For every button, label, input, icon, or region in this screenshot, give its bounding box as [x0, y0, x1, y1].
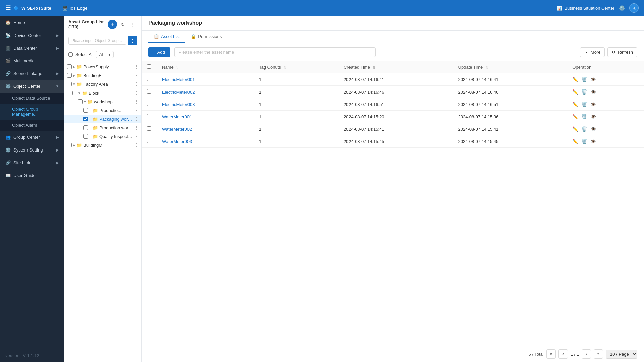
view-icon-wm001[interactable]: 👁️: [590, 114, 596, 119]
expand-arrow-buildingm[interactable]: ▶: [72, 143, 76, 147]
view-icon-em001[interactable]: 👁️: [590, 77, 596, 82]
refresh-button[interactable]: ↻ Refresh: [607, 47, 637, 57]
delete-icon-em002[interactable]: 🗑️: [581, 89, 587, 95]
node-checkbox-buildinge[interactable]: [67, 73, 72, 78]
row-name-wm002[interactable]: WaterMeter002: [157, 123, 254, 135]
submenu-object-alarm[interactable]: Object Alarm: [0, 120, 64, 131]
edit-icon-wm003[interactable]: ✏️: [572, 139, 578, 144]
node-more-buildingm[interactable]: ⋮: [134, 142, 139, 148]
tree-search-button[interactable]: ⋮: [128, 36, 137, 45]
tree-node-workshop[interactable]: ▼ 📁 workshop ⋮: [64, 97, 141, 106]
brand[interactable]: ☰ 🔷 WISE-IoTSuite: [5, 4, 51, 12]
delete-icon-wm003[interactable]: 🗑️: [581, 139, 587, 144]
node-checkbox-block[interactable]: [72, 90, 77, 95]
select-all-checkbox[interactable]: [68, 52, 73, 57]
edit-icon-wm001[interactable]: ✏️: [572, 114, 578, 119]
row-name-em003[interactable]: ElectricMeter003: [157, 98, 254, 111]
tree-node-packaging-workshop[interactable]: 📁 Packaging works... ⋮: [64, 115, 141, 123]
sidebar-item-user-guide[interactable]: 📖 User Guide: [0, 169, 64, 182]
hamburger-icon[interactable]: ☰: [5, 4, 11, 12]
th-tag-counts[interactable]: Tag Conuts ⇅: [254, 61, 338, 73]
more-tree-button[interactable]: ⋮: [128, 20, 137, 29]
settings-icon[interactable]: ⚙️: [619, 5, 625, 11]
row-name-wm001[interactable]: WaterMeter001: [157, 111, 254, 123]
row-checkbox-wm001[interactable]: [147, 114, 151, 118]
node-more-prod-workshop[interactable]: ⋮: [134, 125, 139, 130]
node-more-block[interactable]: ⋮: [134, 90, 139, 96]
sidebar-item-object-center[interactable]: ⚙️ Object Center ▼: [0, 80, 64, 93]
row-checkbox-em001[interactable]: [147, 77, 151, 81]
next-page-button[interactable]: ›: [582, 349, 591, 359]
edit-icon-em002[interactable]: ✏️: [572, 89, 578, 95]
expand-arrow-factory-area[interactable]: ▼: [72, 82, 76, 86]
select-all-rows-checkbox[interactable]: [147, 64, 151, 69]
delete-icon-em001[interactable]: 🗑️: [581, 77, 587, 82]
submenu-object-group-management[interactable]: Object Group Manageme...: [0, 104, 64, 120]
tree-node-quality-inspection[interactable]: 📁 Quality Inspection ... ⋮: [64, 132, 141, 141]
node-checkbox-quality[interactable]: [83, 134, 88, 139]
node-checkbox-packaging[interactable]: [83, 117, 88, 121]
iotedge-section[interactable]: 🖥️ IoT Edge: [62, 6, 88, 11]
view-icon-em002[interactable]: 👁️: [590, 89, 596, 95]
select-all-badge[interactable]: ALL ▾: [96, 51, 113, 58]
view-icon-wm002[interactable]: 👁️: [590, 126, 596, 132]
tree-node-buildinge[interactable]: ▶ 📁 BuildingE ⋮: [64, 71, 141, 80]
prev-page-button[interactable]: ‹: [558, 349, 568, 359]
node-checkbox-factory-area[interactable]: [67, 82, 72, 86]
node-more-quality[interactable]: ⋮: [134, 134, 139, 139]
tree-node-buildingm[interactable]: ▶ 📁 BuildingM ⋮: [64, 141, 141, 149]
last-page-button[interactable]: »: [594, 349, 603, 359]
tree-node-power-supply[interactable]: ▶ 📁 PowerSupply ⋮: [64, 62, 141, 71]
search-asset-input[interactable]: [174, 47, 376, 57]
tab-permissions[interactable]: 🔒 Permissions: [185, 31, 227, 43]
expand-arrow-buildinge[interactable]: ▶: [72, 74, 76, 77]
submenu-object-data-source[interactable]: Object Data Source: [0, 93, 64, 104]
expand-arrow-power-supply[interactable]: ▶: [72, 65, 76, 69]
node-checkbox-production1[interactable]: [83, 108, 88, 113]
node-checkbox-power-supply[interactable]: [67, 64, 72, 69]
sidebar-item-data-center[interactable]: 🗄️ Data Center ▶: [0, 42, 64, 54]
tree-node-production1[interactable]: 📁 Productio... ⋮: [64, 106, 141, 115]
add-group-button[interactable]: +: [108, 20, 117, 29]
row-checkbox-em003[interactable]: [147, 102, 151, 106]
node-more-packaging[interactable]: ⋮: [134, 116, 139, 122]
delete-icon-wm001[interactable]: 🗑️: [581, 114, 587, 119]
th-name[interactable]: Name ⇅: [157, 61, 254, 73]
tab-asset-list[interactable]: 📋 Asset List: [148, 31, 185, 43]
delete-icon-em003[interactable]: 🗑️: [581, 102, 587, 107]
edit-icon-wm002[interactable]: ✏️: [572, 126, 578, 132]
node-more-factory-area[interactable]: ⋮: [134, 81, 139, 87]
expand-arrow-workshop[interactable]: ▼: [83, 100, 87, 104]
edit-icon-em003[interactable]: ✏️: [572, 102, 578, 107]
tree-node-production-workshop[interactable]: 📁 Production worksh... ⋮: [64, 123, 141, 132]
first-page-button[interactable]: «: [546, 349, 556, 359]
node-checkbox-workshop[interactable]: [78, 99, 83, 104]
sidebar-item-multimedia[interactable]: 🎬 Multimedia: [0, 54, 64, 67]
delete-icon-wm002[interactable]: 🗑️: [581, 126, 587, 132]
row-checkbox-wm002[interactable]: [147, 126, 151, 131]
th-created-time[interactable]: Created Time ⇅: [338, 61, 453, 73]
tree-node-factory-area[interactable]: ▼ 📁 Factory Area ⋮: [64, 80, 141, 88]
row-name-em002[interactable]: ElectricMeter002: [157, 86, 254, 98]
avatar[interactable]: K: [629, 3, 639, 13]
view-icon-em003[interactable]: 👁️: [590, 102, 596, 107]
row-name-em001[interactable]: ElectricMeter001: [157, 73, 254, 86]
edit-icon-em001[interactable]: ✏️: [572, 77, 578, 82]
node-more-production1[interactable]: ⋮: [134, 108, 139, 113]
node-more-buildinge[interactable]: ⋮: [134, 73, 139, 78]
node-checkbox-buildingm[interactable]: [67, 143, 72, 147]
expand-arrow-block[interactable]: ▼: [77, 91, 82, 95]
node-more-workshop[interactable]: ⋮: [134, 99, 139, 104]
row-checkbox-em002[interactable]: [147, 89, 151, 94]
more-button[interactable]: ⋮ More: [580, 47, 605, 57]
row-checkbox-wm003[interactable]: [147, 139, 151, 143]
node-more-power-supply[interactable]: ⋮: [134, 64, 139, 69]
tree-node-block[interactable]: ▼ 📁 Block ⋮: [64, 88, 141, 97]
node-checkbox-prod-workshop[interactable]: [83, 125, 88, 130]
row-name-wm003[interactable]: WaterMeter003: [157, 135, 254, 148]
view-icon-wm003[interactable]: 👁️: [590, 139, 596, 144]
sidebar-item-system-setting[interactable]: ⚙️ System Setting ▶: [0, 143, 64, 156]
sidebar-item-group-center[interactable]: 👥 Group Center ▶: [0, 131, 64, 143]
tree-search-input[interactable]: [68, 37, 126, 45]
th-update-time[interactable]: Update Time ⇅: [453, 61, 567, 73]
